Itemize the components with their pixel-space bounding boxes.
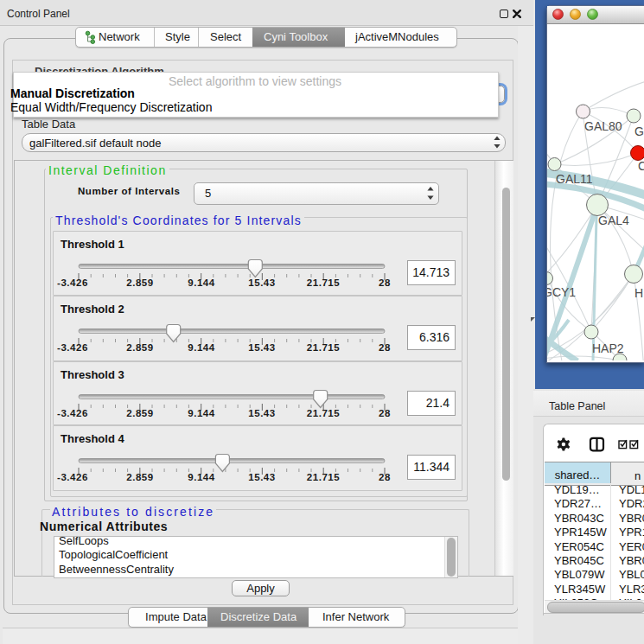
svg-text:GAL11: GAL11 <box>556 172 593 186</box>
svg-text:HAP2: HAP2 <box>592 341 624 355</box>
svg-text:C: C <box>638 159 644 173</box>
svg-text:GAL80: GAL80 <box>584 119 622 133</box>
svg-text:G: G <box>634 124 644 138</box>
svg-text:H: H <box>634 286 643 300</box>
svg-text:GCY1: GCY1 <box>546 285 576 299</box>
svg-text:GAL4: GAL4 <box>598 214 629 227</box>
